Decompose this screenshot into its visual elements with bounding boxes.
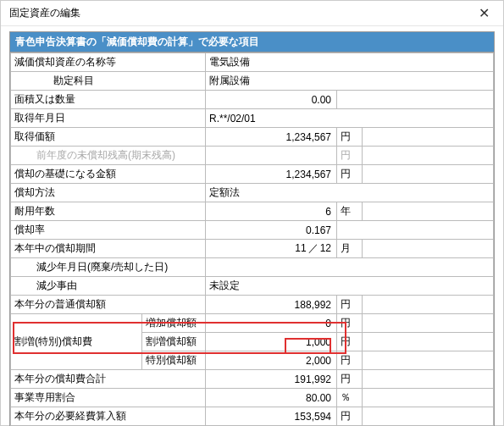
value-sp-special[interactable]: 2,000 — [206, 351, 337, 370]
row-sp-inc: 割増(特別)償却費 増加償却額 0 円 — [11, 314, 494, 333]
label-period: 本年中の償却期間 — [11, 240, 206, 258]
unit-biz-ratio: ％ — [337, 389, 363, 407]
row-account: 勘定科目 附属設備 — [11, 72, 494, 91]
label-dec-date: 減少年月日(廃棄/売却した日) — [11, 258, 206, 277]
label-sp-extra: 割増償却額 — [142, 333, 206, 351]
label-area: 面積又は数量 — [11, 91, 206, 109]
panel-header: 青色申告決算書の「減価償却費の計算」で必要な項目 — [10, 32, 494, 53]
unit-prev-bal: 円 — [337, 147, 363, 165]
unit-sp-inc: 円 — [337, 314, 363, 333]
unit-acq-cost: 円 — [337, 128, 363, 147]
value-life[interactable]: 6 — [206, 202, 337, 221]
label-acq-cost: 取得価額 — [11, 128, 206, 147]
row-ordinary: 本年分の普通償却額 188,992 円 — [11, 296, 494, 314]
row-dec-date: 減少年月日(廃棄/売却した日) — [11, 258, 494, 277]
row-area: 面積又は数量 0.00 — [11, 91, 494, 109]
value-acq-cost[interactable]: 1,234,567 — [206, 128, 337, 147]
window: 固定資産の編集 ✕ 青色申告決算書の「減価償却費の計算」で必要な項目 減価償却資… — [0, 0, 504, 426]
value-dec-reason[interactable]: 未設定 — [206, 277, 494, 296]
unit-base: 円 — [337, 165, 363, 184]
label-ordinary: 本年分の普通償却額 — [11, 296, 206, 314]
value-prev-bal — [206, 147, 337, 165]
close-button[interactable]: ✕ — [465, 1, 503, 26]
unit-ordinary: 円 — [337, 296, 363, 314]
unit-total: 円 — [337, 370, 363, 389]
unit-area — [337, 91, 494, 109]
form-table: 減価償却資産の名称等 電気設備 勘定科目 附属設備 面積又は数量 0.00 取得… — [10, 53, 494, 426]
panel: 青色申告決算書の「減価償却費の計算」で必要な項目 減価償却資産の名称等 電気設備… — [9, 31, 495, 426]
row-rate: 償却率 0.167 — [11, 221, 494, 240]
row-acq-date: 取得年月日 R.**/02/01 — [11, 109, 494, 128]
unit-life: 年 — [337, 202, 363, 221]
value-ordinary[interactable]: 188,992 — [206, 296, 337, 314]
window-title: 固定資産の編集 — [9, 6, 80, 20]
content: 青色申告決算書の「減価償却費の計算」で必要な項目 減価償却資産の名称等 電気設備… — [1, 26, 503, 426]
row-biz-ratio: 事業専用割合 80.00 ％ — [11, 389, 494, 407]
value-necessary[interactable]: 153,594 — [206, 407, 337, 426]
row-prev-bal: 前年度の未償却残高(期末残高) 円 — [11, 147, 494, 165]
value-sp-inc[interactable]: 0 — [206, 314, 337, 333]
value-sp-extra[interactable]: 1,000 — [206, 333, 337, 351]
row-method: 償却方法 定額法 — [11, 184, 494, 202]
label-special-grp: 割増(特別)償却費 — [11, 314, 142, 370]
titlebar: 固定資産の編集 ✕ — [1, 1, 503, 26]
value-total[interactable]: 191,992 — [206, 370, 337, 389]
value-base[interactable]: 1,234,567 — [206, 165, 337, 184]
row-life: 耐用年数 6 年 — [11, 202, 494, 221]
unit-sp-extra: 円 — [337, 333, 363, 351]
row-base: 償却の基礎になる金額 1,234,567 円 — [11, 165, 494, 184]
label-account: 勘定科目 — [11, 72, 206, 91]
value-acq-date[interactable]: R.**/02/01 — [206, 109, 494, 128]
value-account[interactable]: 附属設備 — [206, 72, 494, 91]
unit-sp-special: 円 — [337, 351, 363, 370]
label-sp-special: 特別償却額 — [142, 351, 206, 370]
close-icon: ✕ — [479, 5, 490, 21]
value-rate[interactable]: 0.167 — [206, 221, 337, 240]
label-necessary: 本年分の必要経費算入額 — [11, 407, 206, 426]
label-dec-reason: 減少事由 — [11, 277, 206, 296]
row-acq-cost: 取得価額 1,234,567 円 — [11, 128, 494, 147]
row-necessary: 本年分の必要経費算入額 153,594 円 — [11, 407, 494, 426]
value-period[interactable]: 11／12 — [206, 240, 337, 258]
value-dec-date[interactable] — [206, 258, 494, 277]
row-dec-reason: 減少事由 未設定 — [11, 277, 494, 296]
value-area[interactable]: 0.00 — [206, 91, 337, 109]
unit-period: 月 — [337, 240, 363, 258]
label-acq-date: 取得年月日 — [11, 109, 206, 128]
label-rate: 償却率 — [11, 221, 206, 240]
label-life: 耐用年数 — [11, 202, 206, 221]
value-name[interactable]: 電気設備 — [206, 53, 494, 72]
unit-necessary: 円 — [337, 407, 363, 426]
row-period: 本年中の償却期間 11／12 月 — [11, 240, 494, 258]
label-name: 減価償却資産の名称等 — [11, 53, 206, 72]
label-method: 償却方法 — [11, 184, 206, 202]
value-method[interactable]: 定額法 — [206, 184, 494, 202]
label-total: 本年分の償却費合計 — [11, 370, 206, 389]
label-prev-bal: 前年度の未償却残高(期末残高) — [11, 147, 206, 165]
row-name: 減価償却資産の名称等 電気設備 — [11, 53, 494, 72]
label-biz-ratio: 事業専用割合 — [11, 389, 206, 407]
label-sp-inc: 増加償却額 — [142, 314, 206, 333]
value-biz-ratio[interactable]: 80.00 — [206, 389, 337, 407]
label-base: 償却の基礎になる金額 — [11, 165, 206, 184]
row-total: 本年分の償却費合計 191,992 円 — [11, 370, 494, 389]
